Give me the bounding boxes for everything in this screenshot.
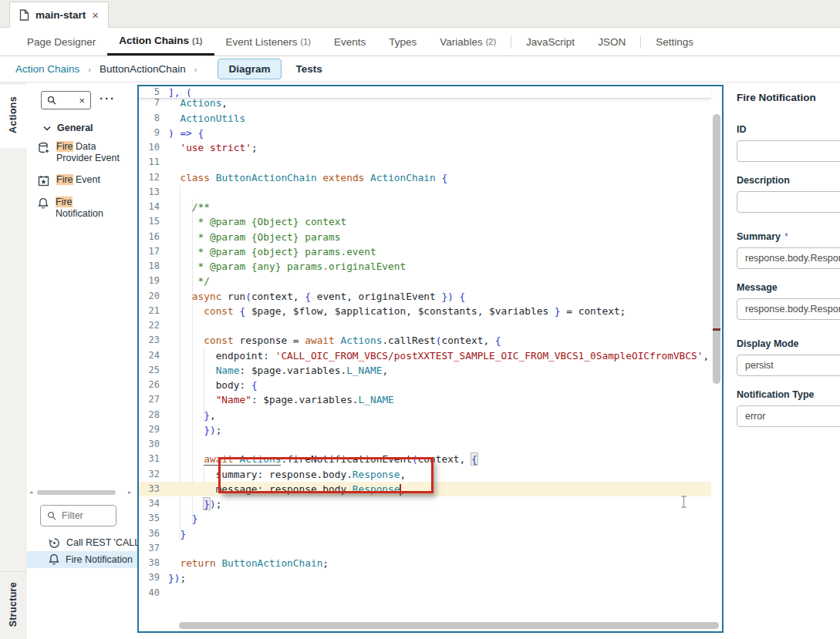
nav-tab-page-designer[interactable]: Page Designer: [15, 28, 107, 55]
code-line[interactable]: 39});: [139, 570, 711, 585]
field-input-summary[interactable]: [737, 247, 840, 269]
code-line[interactable]: 23 const response = await Actions.callRe…: [139, 333, 711, 348]
line-number: 8: [139, 111, 160, 126]
code-text: [160, 318, 168, 333]
code-line[interactable]: 29 });: [139, 422, 711, 437]
line-number: 26: [139, 378, 160, 392]
code-line[interactable]: 18 * @param {any} params.originalEvent: [139, 259, 711, 274]
code-line[interactable]: 15 * @param {Object} context: [139, 214, 711, 229]
line-number: 9: [139, 126, 160, 140]
nav-tab-events[interactable]: Events: [322, 28, 377, 55]
bell-icon: [38, 197, 49, 210]
search-input[interactable]: [61, 95, 75, 106]
diagram-view-button[interactable]: Diagram: [218, 59, 281, 79]
nav-separator: [511, 35, 511, 49]
line-number: 32: [139, 467, 160, 482]
actions-scrollbar[interactable]: ◂ ▸: [29, 489, 131, 496]
code-line[interactable]: 37: [139, 541, 711, 556]
code-text: [160, 541, 168, 556]
chain-node-label: Fire Notification: [66, 554, 133, 565]
action-palette-item[interactable]: Fire DataProvider Event: [38, 141, 135, 164]
code-line[interactable]: 8 ActionUtils: [139, 111, 711, 126]
rail-tab-actions[interactable]: Actions: [8, 96, 19, 133]
editor-horizontal-scrollbar[interactable]: [179, 622, 719, 629]
properties-panel: Fire Notification IDDescriptionSummary*M…: [725, 82, 840, 639]
database-icon: [38, 142, 49, 154]
code-line[interactable]: 24 endpoint: 'CALL_OIC_FROM_VBCS/postXXT…: [139, 348, 711, 363]
scroll-right-icon[interactable]: ▸: [128, 489, 131, 496]
code-line[interactable]: 19 */: [139, 274, 711, 288]
clear-search-icon[interactable]: ×: [79, 95, 85, 106]
rail-tab-structure[interactable]: Structure: [8, 582, 19, 627]
nav-tab-event-listeners[interactable]: Event Listeners(1): [214, 28, 323, 55]
editor-vertical-scrollbar[interactable]: [713, 114, 720, 384]
code-line[interactable]: 22: [139, 318, 711, 333]
code-line[interactable]: 20 async run(context, { event, originalE…: [139, 289, 711, 304]
line-number: 37: [139, 541, 160, 556]
nav-tab-types[interactable]: Types: [377, 28, 428, 55]
close-tab-icon[interactable]: ×: [92, 9, 99, 21]
field-input-id[interactable]: [737, 140, 840, 162]
scroll-left-icon[interactable]: ◂: [29, 489, 32, 496]
section-general[interactable]: General: [43, 123, 93, 133]
code-line[interactable]: 11: [139, 155, 711, 170]
field-input-message[interactable]: [737, 298, 840, 320]
field-label: Description: [737, 175, 840, 186]
code-line[interactable]: 25 Name: $page.variables.L_NAME,: [139, 363, 711, 378]
chain-node-item[interactable]: Fire Notification: [27, 551, 137, 568]
nav-tab-variables[interactable]: Variables(2): [428, 28, 508, 55]
code-line[interactable]: 35 }: [139, 511, 711, 526]
filter-input[interactable]: [62, 510, 104, 521]
editor-tab-bar: main-start ×: [0, 0, 840, 28]
line-number: 14: [139, 200, 160, 214]
code-text: endpoint: 'CALL_OIC_FROM_VBCS/postXXTEST…: [160, 348, 709, 363]
code-line[interactable]: 34 });: [139, 496, 711, 511]
tab-main-start[interactable]: main-start ×: [9, 2, 109, 28]
code-line[interactable]: 21 const { $page, $flow, $application, $…: [139, 304, 711, 318]
code-line[interactable]: 28 },: [139, 408, 711, 422]
actions-search-box[interactable]: ×: [41, 91, 91, 109]
field-input-display-mode[interactable]: [737, 355, 840, 376]
code-line[interactable]: 14 /**: [139, 200, 711, 214]
line-number: 38: [139, 556, 160, 570]
line-number: 36: [139, 526, 160, 541]
code-text: 'use strict';: [160, 140, 258, 155]
code-line[interactable]: 5], (: [139, 86, 711, 98]
code-line[interactable]: 17 * @param {object} params.event: [139, 244, 711, 259]
line-number: 28: [139, 408, 160, 422]
tests-view-button[interactable]: Tests: [296, 63, 322, 75]
field-input-description[interactable]: [737, 191, 840, 213]
line-number: 15: [139, 214, 160, 229]
action-item-label: Fire DataProvider Event: [56, 141, 120, 164]
action-palette-item[interactable]: FireNotification: [38, 197, 135, 220]
action-palette-item[interactable]: Fire Event: [38, 174, 135, 187]
code-line[interactable]: 13: [139, 185, 711, 200]
code-line[interactable]: 9) => {: [139, 126, 711, 140]
code-line[interactable]: 16 * @param {Object} params: [139, 230, 711, 244]
nav-tab-json[interactable]: JSON: [586, 28, 637, 55]
code-line[interactable]: 38 return ButtonActionChain;: [139, 556, 711, 570]
nav-tab-action-chains[interactable]: Action Chains(1): [107, 28, 214, 55]
code-line[interactable]: 40: [139, 586, 711, 600]
code-line[interactable]: 12 class ButtonActionChain extends Actio…: [139, 170, 711, 185]
scrollbar-thumb[interactable]: [37, 490, 116, 495]
breadcrumb-action-chains-link[interactable]: Action Chains: [15, 63, 79, 75]
code-text: ) => {: [160, 126, 204, 140]
code-line[interactable]: 26 body: {: [139, 378, 711, 392]
chain-node-item[interactable]: Call REST 'CALL: [27, 534, 137, 551]
code-line[interactable]: 36 }: [139, 526, 711, 541]
code-line[interactable]: 30: [139, 437, 711, 452]
code-editor[interactable]: 67 Actions,8 ActionUtils9) => {10 'use s…: [137, 85, 724, 633]
code-text: */: [160, 274, 210, 288]
code-text: }: [160, 526, 186, 541]
panel-menu-button[interactable]: ···: [100, 92, 116, 105]
nav-tab-javascript[interactable]: JavaScript: [514, 28, 586, 55]
code-line[interactable]: 10 'use strict';: [139, 140, 711, 155]
filter-box[interactable]: [40, 505, 116, 526]
property-field: Description: [737, 175, 840, 213]
nav-tab-settings[interactable]: Settings: [644, 28, 705, 55]
code-text: * @param {object} params.event: [160, 244, 376, 259]
code-line[interactable]: 27 "Name": $page.variables.L_NAME: [139, 392, 711, 407]
field-input-notification-type[interactable]: [737, 405, 840, 427]
code-text: async run(context, { event, originalEven…: [160, 289, 465, 304]
